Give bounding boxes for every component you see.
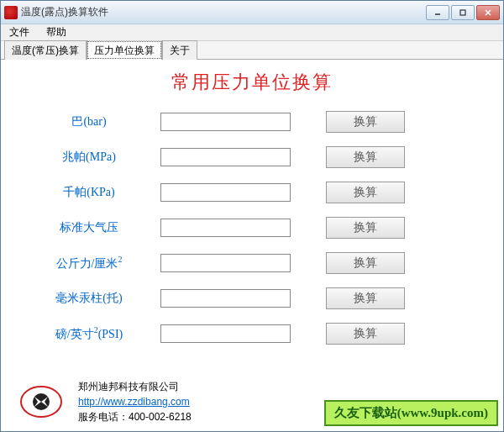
titlebar: 温度(露点)换算软件 — [1, 1, 503, 24]
convert-button-bar[interactable]: 换算 — [326, 111, 405, 133]
menu-file[interactable]: 文件 — [4, 24, 34, 41]
app-window: 温度(露点)换算软件 文件 帮助 温度(常压)换算 压力单位换算 关于 常用压力… — [0, 0, 504, 432]
row-kgfcm2: 公斤力/厘米2 换算 — [18, 251, 486, 275]
company-phone: 服务电话：400-002-6218 — [78, 409, 192, 424]
watermark-url: (www.9upk.com) — [397, 406, 488, 419]
input-atm[interactable] — [160, 219, 291, 237]
input-psi[interactable] — [160, 324, 291, 343]
tab-about[interactable]: 关于 — [162, 40, 197, 60]
input-bar[interactable] — [160, 113, 291, 131]
tab-pressure[interactable]: 压力单位换算 — [87, 40, 162, 60]
input-mpa[interactable] — [160, 148, 291, 166]
page-title: 常用压力单位换算 — [18, 70, 486, 95]
row-psi: 磅/英寸2(PSI) 换算 — [18, 322, 486, 345]
svg-rect-1 — [460, 10, 465, 15]
menu-help[interactable]: 帮助 — [41, 24, 71, 41]
label-mmhg: 毫米汞柱(托) — [18, 291, 160, 306]
tabbar: 温度(常压)换算 压力单位换算 关于 — [1, 41, 503, 60]
label-atm: 标准大气压 — [18, 220, 160, 235]
convert-button-kgfcm2[interactable]: 换算 — [326, 252, 405, 274]
row-bar: 巴(bar) 换算 — [18, 110, 486, 134]
row-mmhg: 毫米汞柱(托) 换算 — [18, 287, 486, 310]
company-logo — [18, 383, 65, 420]
label-kgfcm2: 公斤力/厘米2 — [18, 255, 160, 271]
convert-button-mmhg[interactable]: 换算 — [326, 287, 405, 309]
menubar: 文件 帮助 — [1, 24, 503, 41]
window-controls — [426, 5, 500, 20]
window-title: 温度(露点)换算软件 — [21, 5, 426, 19]
input-kgfcm2[interactable] — [160, 254, 291, 272]
convert-button-mpa[interactable]: 换算 — [326, 146, 405, 168]
minimize-button[interactable] — [426, 5, 449, 20]
maximize-button[interactable] — [451, 5, 475, 20]
company-url[interactable]: http://www.zzdibang.com — [78, 394, 192, 409]
footer-info: 郑州迪邦科技有限公司 http://www.zzdibang.com 服务电话：… — [78, 379, 192, 424]
content-area: 常用压力单位换算 巴(bar) 换算 兆帕(MPa) 换算 千帕(KPa) 换算… — [1, 60, 503, 431]
row-mpa: 兆帕(MPa) 换算 — [18, 145, 486, 169]
label-psi: 磅/英寸2(PSI) — [18, 325, 160, 342]
row-kpa: 千帕(KPa) 换算 — [18, 181, 486, 204]
convert-button-atm[interactable]: 换算 — [326, 217, 405, 239]
convert-button-kpa[interactable]: 换算 — [326, 182, 405, 203]
label-kpa: 千帕(KPa) — [18, 185, 160, 200]
close-button[interactable] — [476, 5, 500, 20]
input-mmhg[interactable] — [160, 289, 291, 308]
company-name: 郑州迪邦科技有限公司 — [78, 379, 192, 394]
watermark-name: 久友下载站 — [334, 406, 397, 419]
tab-temperature[interactable]: 温度(常压)换算 — [4, 40, 87, 60]
watermark: 久友下载站(www.9upk.com) — [324, 400, 498, 426]
input-kpa[interactable] — [160, 183, 291, 202]
label-mpa: 兆帕(MPa) — [18, 150, 160, 165]
convert-button-psi[interactable]: 换算 — [326, 323, 405, 345]
row-atm: 标准大气压 换算 — [18, 216, 486, 240]
label-bar: 巴(bar) — [18, 114, 160, 129]
app-icon — [4, 6, 18, 19]
